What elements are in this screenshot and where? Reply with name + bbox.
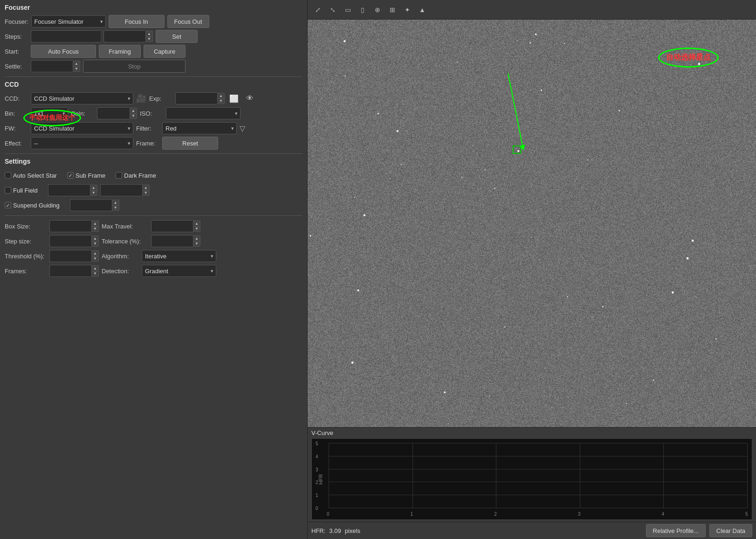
exp-spin-up[interactable]: ▲ — [217, 93, 225, 98]
detection-label: Detection: — [102, 268, 139, 275]
max-travel-input[interactable]: 10000.00 — [151, 220, 193, 232]
tolerance-spin-down[interactable]: ▼ — [193, 241, 200, 247]
toolbar-btn-2[interactable]: ⤡ — [326, 3, 339, 16]
suspend-spin-down[interactable]: ▼ — [112, 205, 119, 211]
gain-spin-up[interactable]: ▲ — [130, 108, 137, 113]
settle-row: Settle: 0.000 ▲ ▼ Stop — [5, 60, 302, 73]
frames-label: Frames: — [5, 268, 47, 275]
step-size-spin-down[interactable]: ▼ — [91, 241, 99, 247]
pct2-spin-up[interactable]: ▲ — [142, 185, 150, 190]
toolbar-btn-5[interactable]: ⊕ — [371, 3, 384, 16]
vcurve-panel: V-Curve HFR — [308, 427, 756, 539]
exp-spin-down[interactable]: ▼ — [217, 98, 225, 104]
step-size-input[interactable]: 100 — [49, 235, 91, 247]
steps-spin-down[interactable]: ▼ — [145, 36, 153, 42]
x-label-3: 3 — [578, 511, 581, 517]
box-size-spin-up[interactable]: ▲ — [91, 221, 99, 226]
fw-select[interactable]: CCD Simulator — [31, 122, 133, 134]
relative-profile-button[interactable]: Relative Profile... — [646, 524, 706, 537]
threshold-spin-down[interactable]: ▼ — [91, 256, 99, 262]
full-field-pct2-input[interactable]: 100.0% — [100, 184, 142, 196]
gain-spinner: ▲ ▼ — [130, 107, 137, 119]
suspend-guiding-input[interactable]: 0.00 — [70, 199, 112, 211]
suspend-guiding-label: Suspend Guiding — [13, 202, 60, 209]
auto-select-star-checkbox[interactable]: Auto Select Star — [5, 172, 57, 179]
suspend-spin-up[interactable]: ▲ — [112, 200, 119, 205]
sub-frame-label: Sub Frame — [76, 172, 105, 179]
iso-label: ISO: — [140, 110, 163, 117]
exp-input[interactable]: 1.000 — [175, 92, 217, 104]
focuser-select[interactable]: Focuser Simulator — [31, 15, 106, 28]
frame-label: Frame: — [136, 140, 159, 147]
settle-input[interactable]: 0.000 — [31, 60, 73, 72]
starfield: 自动选择星点 — [308, 20, 756, 427]
gain-input[interactable] — [97, 107, 130, 119]
y-label-0: 0 — [316, 506, 318, 511]
frames-spin-up[interactable]: ▲ — [91, 265, 99, 271]
threshold-input[interactable]: 150.00 — [49, 250, 91, 262]
steps-spin-input[interactable]: 50000 — [103, 30, 145, 42]
sub-frame-checkbox[interactable]: ✓ Sub Frame — [67, 172, 105, 179]
tolerance-input[interactable]: 1.00 — [151, 235, 193, 247]
toolbar-btn-6[interactable]: ⊞ — [386, 3, 399, 16]
focus-in-button[interactable]: Focus In — [109, 15, 165, 28]
iso-select[interactable] — [166, 107, 241, 119]
toolbar-btn-1[interactable]: ⤢ — [311, 3, 324, 16]
full-field-checkbox[interactable]: Full Field — [5, 187, 38, 194]
pct2-spin-down[interactable]: ▼ — [142, 190, 150, 196]
capture-button[interactable]: Capture — [144, 45, 186, 58]
pct1-spin-up[interactable]: ▲ — [90, 185, 97, 190]
full-field-row: Full Field 0.0% ▲ ▼ 100.0% ▲ ▼ — [5, 184, 302, 197]
effect-select[interactable]: -- — [31, 137, 133, 149]
x-label-5: 5 — [745, 511, 748, 517]
detection-select[interactable]: Gradient — [142, 265, 216, 277]
toolbar-btn-4[interactable]: ▯ — [356, 3, 369, 16]
framing-button[interactable]: Framing — [99, 45, 141, 58]
tolerance-spin-up[interactable]: ▲ — [193, 235, 200, 241]
max-travel-wrapper: 10000.00 ▲ ▼ — [151, 220, 200, 232]
box-size-input[interactable]: 64 — [49, 220, 91, 232]
max-travel-spin-down[interactable]: ▼ — [193, 226, 200, 232]
reset-button[interactable]: Reset — [162, 137, 218, 150]
dark-frame-checkbox[interactable]: Dark Frame — [116, 172, 156, 179]
box-size-spin-down[interactable]: ▼ — [91, 226, 99, 232]
ccd-select[interactable]: CCD Simulator — [31, 92, 133, 104]
pct1-spin-down[interactable]: ▼ — [90, 190, 97, 196]
algorithm-select[interactable]: Iterative — [142, 250, 216, 262]
full-field-pct1-input[interactable]: 0.0% — [48, 184, 90, 196]
dark-frame-box — [116, 172, 122, 179]
settle-spin-up[interactable]: ▲ — [73, 61, 80, 66]
grid-v-5 — [747, 443, 748, 508]
loop-icon[interactable]: 👁 — [243, 92, 256, 105]
filter-select[interactable]: Red — [162, 122, 237, 134]
focus-out-button[interactable]: Focus Out — [167, 15, 209, 28]
step-size-spin-up[interactable]: ▲ — [91, 235, 99, 241]
bin-select[interactable]: 1x1 — [31, 107, 68, 119]
fullscreen-icon[interactable]: ⬜ — [227, 92, 241, 105]
frames-spin-down[interactable]: ▼ — [91, 271, 99, 276]
frames-input[interactable]: 1 — [49, 265, 91, 277]
max-travel-spin-up[interactable]: ▲ — [193, 221, 200, 226]
toolbar-btn-3[interactable]: ▭ — [341, 3, 354, 16]
ccd-row: CCD: CCD Simulator 🎥 Exp: 1.000 ▲ ▼ ⬜ 👁 — [5, 92, 302, 105]
toolbar-btn-8[interactable]: ▲ — [416, 3, 429, 16]
steps-spin-up[interactable]: ▲ — [145, 31, 153, 36]
settle-spin-down[interactable]: ▼ — [73, 66, 80, 72]
full-field-pct1-spinner: ▲ ▼ — [90, 184, 97, 196]
y-label-2: 2 — [316, 480, 318, 485]
suspend-guiding-checkbox[interactable]: ✓ Suspend Guiding — [5, 202, 60, 209]
exp-input-wrapper: 1.000 ▲ ▼ — [175, 92, 225, 104]
auto-focus-button[interactable]: Auto Focus — [31, 45, 96, 58]
stop-button[interactable]: Stop — [83, 60, 186, 73]
steps-input-wrapper: 50000 — [31, 30, 101, 42]
set-button[interactable]: Set — [156, 30, 198, 43]
steps-input[interactable]: 50000 — [31, 30, 101, 42]
box-size-label: Box Size: — [5, 223, 47, 230]
gain-spin-down[interactable]: ▼ — [130, 113, 137, 119]
star-selection-rect — [513, 145, 521, 154]
toolbar-btn-7[interactable]: ✦ — [401, 3, 414, 16]
camera-icon[interactable]: 🎥 — [136, 93, 146, 104]
clear-data-button[interactable]: Clear Data — [709, 524, 752, 537]
threshold-spin-up[interactable]: ▲ — [91, 250, 99, 256]
x-label-4: 4 — [661, 511, 664, 517]
